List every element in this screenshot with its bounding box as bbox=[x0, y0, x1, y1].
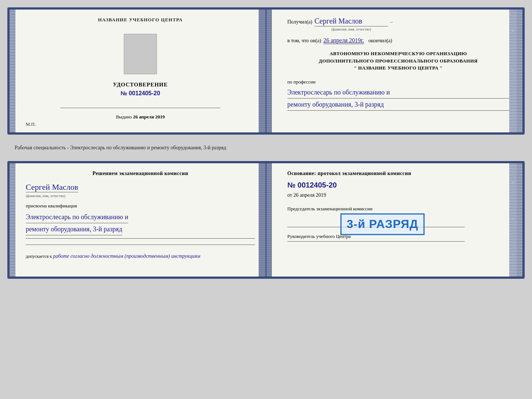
org-name: " НАЗВАНИЕ УЧЕБНОГО ЦЕНТРА " bbox=[287, 64, 509, 72]
bottom-right-page: Основание: протокол экзаменационной коми… bbox=[265, 163, 517, 277]
bottom-right-margin-text-3: ← bbox=[511, 254, 515, 258]
decision-title: Решением экзаменационной комиссии bbox=[26, 171, 255, 177]
cert-training-center-title: НАЗВАНИЕ УЧЕБНОГО ЦЕНТРА bbox=[94, 17, 187, 23]
person-name: Сергей Маслов bbox=[26, 182, 78, 192]
top-left-page: НАЗВАНИЕ УЧЕБНОГО ЦЕНТРА УДОСТОВЕРЕНИЕ №… bbox=[15, 10, 265, 132]
issued-date: 26 апреля 2019 bbox=[133, 114, 165, 120]
dash1: – bbox=[390, 19, 393, 25]
допускается-label: допускается к bbox=[26, 254, 52, 259]
bottom-left-spine-decor bbox=[10, 163, 15, 277]
mp-label: М.П. bbox=[26, 121, 36, 127]
middle-label: Рабочая специальность - Электрослесарь п… bbox=[7, 141, 525, 154]
received-line: Получил(а) Сергей Маслов (фамилия, имя, … bbox=[280, 17, 509, 31]
protocol-number: № 0012405-20 bbox=[287, 181, 509, 189]
right-spine-decor bbox=[517, 10, 522, 132]
bottom-right-margin-text-1: И bbox=[511, 181, 515, 185]
protocol-date: от 26 апреля 2019 bbox=[287, 192, 509, 198]
допускается-text: работе согласно должностным (производств… bbox=[53, 253, 200, 259]
profession-line2: ремонту оборудования, 3-й разряд bbox=[287, 99, 509, 111]
sig-line-1 bbox=[26, 238, 255, 239]
profession-line1: Электрослесарь по обслуживанию и bbox=[287, 86, 509, 99]
profession-label: по профессии bbox=[287, 79, 509, 85]
issued-label: Выдано bbox=[116, 114, 132, 120]
received-label: Получил(а) bbox=[287, 19, 312, 25]
rukov-sig-line bbox=[287, 241, 465, 242]
qual-line2: ремонту оборудования, 3-й разряд bbox=[26, 223, 122, 235]
org-block: АВТОНОМНУЮ НЕКОММЕРЧЕСКУЮ ОРГАНИЗАЦИЮ ДО… bbox=[280, 50, 509, 72]
stamp: 3-й РАЗРЯД bbox=[341, 213, 425, 235]
vtom-line: в том, что он(а) 26 апреля 2019г. окончи… bbox=[280, 37, 509, 44]
bottom-right-margin-decor: И а ← bbox=[509, 163, 517, 277]
okoncil-label: окончил(а) bbox=[369, 38, 392, 44]
bottom-right-spine-strip bbox=[259, 163, 265, 277]
recipient-name: Сергей Маслов bbox=[314, 17, 388, 26]
left-spine-decor bbox=[10, 10, 15, 132]
допускается-line: допускается к работе согласно должностны… bbox=[26, 252, 200, 260]
org-line1: АВТОНОМНУЮ НЕКОММЕРЧЕСКУЮ ОРГАНИЗАЦИЮ bbox=[287, 50, 509, 57]
top-booklet: НАЗВАНИЕ УЧЕБНОГО ЦЕНТРА УДОСТОВЕРЕНИЕ №… bbox=[7, 7, 525, 135]
bottom-right-spine-decor bbox=[517, 163, 522, 277]
date-value: 26 апреля 2019 bbox=[293, 192, 326, 198]
bottom-booklet: Решением экзаменационной комиссии Сергей… bbox=[7, 161, 525, 279]
right-margin-text-2: а bbox=[511, 70, 515, 72]
vtom-date: 26 апреля 2019г. bbox=[323, 37, 364, 44]
date-label: от bbox=[287, 192, 292, 198]
sig-line-2 bbox=[26, 245, 255, 245]
protocol-number-label: № bbox=[287, 181, 295, 189]
top-right-page: Получил(а) Сергей Маслов (фамилия, имя, … bbox=[265, 10, 517, 132]
middle-label-text: Рабочая специальность - Электрослесарь п… bbox=[15, 145, 226, 150]
cert-number: № 0012405-20 bbox=[121, 90, 160, 97]
protocol-number-value: 0012405-20 bbox=[298, 181, 337, 189]
name-sublabel: (фамилия, имя, отчество) bbox=[331, 27, 371, 31]
qual-line1: Электрослесарь по обслуживанию и bbox=[26, 211, 128, 223]
right-margin-text-3: ← bbox=[511, 108, 515, 113]
chairman-label: Председатель экзаменационной комиссии bbox=[287, 206, 509, 212]
bottom-left-spine-strip bbox=[265, 163, 272, 277]
cert-issued-line: Выдано 26 апреля 2019 bbox=[116, 114, 165, 120]
photo-placeholder bbox=[124, 34, 157, 74]
cert-number-value: 0012405-20 bbox=[129, 90, 160, 96]
page-wrapper: НАЗВАНИЕ УЧЕБНОГО ЦЕНТРА УДОСТОВЕРЕНИЕ №… bbox=[7, 7, 525, 279]
right-margin-decor: И а ← bbox=[509, 10, 517, 132]
osnov-title: Основание: протокол экзаменационной коми… bbox=[287, 171, 509, 177]
assigned-qual-label: присвоена квалификация bbox=[26, 203, 77, 209]
bottom-right-margin-text-2: а bbox=[511, 218, 515, 220]
right-spine-strip bbox=[259, 10, 265, 132]
org-line2: ДОПОЛНИТЕЛЬНОГО ПРОФЕССИОНАЛЬНОГО ОБРАЗО… bbox=[287, 57, 509, 65]
cert-number-label: № bbox=[121, 90, 127, 96]
stamp-text: 3-й РАЗРЯД bbox=[347, 217, 418, 231]
vtom-label: в том, что он(а) bbox=[287, 38, 321, 44]
bottom-left-page: Решением экзаменационной комиссии Сергей… bbox=[15, 163, 265, 277]
right-margin-text-1: И bbox=[511, 29, 515, 33]
left-spine-strip bbox=[265, 10, 272, 132]
bottom-name-sublabel: (фамилия, имя, отчество) bbox=[26, 194, 65, 198]
cert-doc-type: УДОСТОВЕРЕНИЕ bbox=[113, 82, 168, 88]
